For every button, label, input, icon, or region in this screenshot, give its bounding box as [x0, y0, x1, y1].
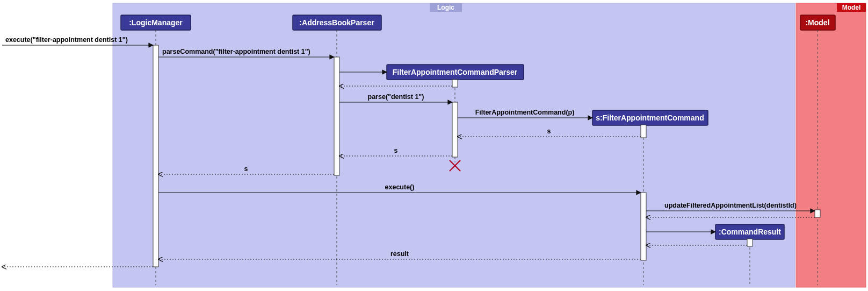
lifeline-label: FilterAppointmentCommandParser — [393, 68, 518, 76]
msg-label: parse("dentist 1") — [368, 93, 424, 101]
lifeline-header-commandresult: :CommandResult — [715, 224, 784, 239]
msg-label: execute("filter-appointment dentist 1") — [5, 36, 128, 44]
activation-facp-create — [452, 80, 458, 87]
sequence-diagram: Logic Model :LogicManager :AddressBookPa… — [0, 0, 868, 291]
lifeline-label: :CommandResult — [719, 228, 781, 236]
lifeline-header-fac-command: s:FilterAppointmentCommand — [592, 110, 708, 125]
msg-label: s — [547, 127, 551, 135]
frame-model-label: Model — [842, 4, 861, 11]
msg-label: FilterAppointmentCommand(p) — [475, 109, 575, 116]
activation-fac-exec — [641, 193, 646, 260]
activation-commandresult — [747, 239, 753, 246]
msg-label: execute() — [385, 183, 415, 191]
msg-label: parseCommand("filter-appointment dentist… — [162, 48, 310, 55]
lifeline-header-model: :Model — [800, 15, 835, 30]
activation-logicmanager — [153, 45, 158, 267]
msg-label: result — [390, 250, 409, 258]
msg-label: updateFilteredAppointmentList(dentistId) — [664, 202, 797, 209]
lifeline-label: :AddressBookParser — [299, 18, 374, 27]
svg-rect-2 — [796, 3, 866, 287]
lifeline-header-logicmanager: :LogicManager — [121, 15, 191, 30]
activation-model — [815, 210, 820, 217]
lifeline-label: :LogicManager — [129, 18, 183, 27]
frame-logic-label: Logic — [437, 4, 454, 11]
activation-fac-create — [641, 125, 646, 138]
frame-model: Model — [796, 3, 866, 287]
msg-label: s — [394, 147, 398, 154]
activation-parser — [334, 57, 339, 175]
lifeline-header-addressbookparser: :AddressBookParser — [293, 15, 381, 30]
msg-label: s — [244, 165, 248, 173]
lifeline-header-facp-parser: FilterAppointmentCommandParser — [387, 65, 524, 80]
lifeline-label: :Model — [805, 18, 829, 27]
activation-facp-parse — [452, 102, 458, 157]
lifeline-label: s:FilterAppointmentCommand — [596, 113, 704, 122]
